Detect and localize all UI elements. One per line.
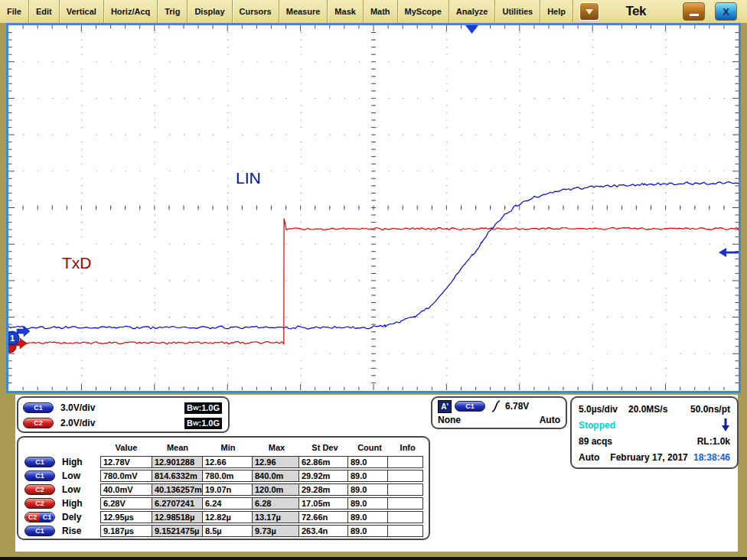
close-button[interactable]: X — [715, 2, 737, 21]
bandwidth-badge: BW:1.0G — [184, 402, 222, 414]
measurement-name: Dely — [62, 512, 81, 523]
menu-item-trig[interactable]: Trig — [158, 0, 188, 23]
measurement-name: High — [62, 457, 83, 467]
measurement-row-c1-high[interactable]: C1High12.78V12.90128812.6612.9662.86m89.… — [21, 455, 426, 469]
measurement-row-c2-high[interactable]: C2High6.28V6.27072416.246.2817.05m89.0 — [21, 497, 426, 510]
c1-badge: C1 — [24, 470, 55, 481]
measurement-row-c2-low[interactable]: C2Low40.0mV40.136257m19.07n120.0m29.28m8… — [21, 483, 426, 497]
c2c1-badge: C2C1 — [24, 512, 55, 523]
acquisition-count: 89 acqs — [579, 436, 612, 447]
menu-item-cursors[interactable]: Cursors — [233, 0, 279, 23]
menu-item-file[interactable]: File — [0, 0, 29, 23]
bottom-edge — [0, 557, 747, 560]
timebase-row-3: 89 acqs RL:1.0k — [579, 433, 730, 449]
menu-item-vertical[interactable]: Vertical — [60, 0, 104, 23]
bandwidth-badge: BW:1.0G — [184, 418, 222, 429]
measurement-cell — [387, 525, 423, 537]
acquisition-status: Stopped — [579, 420, 615, 431]
trigger-mode: Auto — [540, 415, 560, 425]
measurement-name: High — [62, 498, 83, 509]
trigger-mode-b: None — [438, 415, 461, 425]
measurement-name: Low — [62, 484, 80, 495]
measurement-row-label: C1Low — [21, 470, 101, 481]
measurement-cell: 814.6332m — [152, 470, 203, 482]
minimize-icon — [690, 14, 699, 16]
c2-badge: C2 — [23, 418, 54, 428]
menu-bar: FileEditVerticalHoriz/AcqTrigDisplayCurs… — [0, 0, 747, 23]
measurement-cell: 89.0 — [347, 483, 388, 496]
measurement-cell: 89.0 — [347, 470, 388, 482]
measurement-row-label: C2C1Dely — [21, 512, 101, 523]
sample-rate: 20.0MS/s — [628, 404, 667, 415]
column-header-mean: Mean — [152, 443, 204, 452]
trigger-readout-panel[interactable]: A' C1 6.78V None Auto — [431, 396, 567, 429]
trigger-mode-auto: Auto — [579, 452, 599, 463]
trigger-source-badge: C1 — [455, 401, 485, 412]
measurement-row-label: C1High — [21, 457, 101, 467]
trigger-level-marker[interactable] — [719, 248, 739, 257]
sample-resolution: 50.0ns/pt — [690, 404, 730, 415]
measurement-cell: 12.82µ — [202, 511, 253, 523]
measurement-cell: 6.24 — [202, 497, 253, 510]
measurement-row-c1-low[interactable]: C1Low780.0mV814.6332m780.0m840.0m29.92m8… — [21, 469, 426, 483]
measurement-row-c2c1-dely[interactable]: C2C1Dely12.95µs12.98518µ12.82µ13.17µ72.6… — [21, 510, 426, 524]
trace-lin-c1 — [8, 182, 739, 329]
minimize-button[interactable] — [683, 2, 705, 21]
measurement-cell: 40.0mV — [100, 483, 152, 496]
measurement-cell: 9.1521475µ — [152, 525, 203, 537]
measurement-cell — [387, 483, 423, 496]
measurement-cell: 19.07n — [202, 483, 253, 496]
menu-item-analyze[interactable]: Analyze — [449, 0, 496, 23]
measurement-cell: 6.28 — [252, 497, 299, 510]
c2-half-badge: C2 — [25, 513, 40, 522]
measurements-panel[interactable]: ValueMeanMinMaxSt DevCountInfoC1High12.7… — [17, 436, 430, 540]
menu-item-myscope[interactable]: MyScope — [398, 0, 449, 23]
measurement-cell: 780.0mV — [100, 470, 152, 482]
measurement-cell: 8.5µ — [202, 525, 253, 537]
graticule-ticks — [8, 25, 739, 390]
graticule-grid — [8, 25, 739, 390]
waveform-display[interactable]: 1 LIN TxD — [6, 23, 741, 393]
measurement-cell: 120.0m — [252, 483, 299, 496]
c1-half-badge: C1 — [40, 513, 54, 522]
measurement-cell: 6.28V — [100, 497, 152, 510]
measurement-cell: 29.92m — [298, 470, 348, 482]
channel-row-c1[interactable]: C13.0V/divBW:1.0G — [23, 400, 222, 415]
timebase-row-4: Auto February 17, 2017 18:38:46 — [579, 449, 730, 465]
measurement-cell: 12.96 — [252, 456, 299, 468]
channel-readout-panel[interactable]: C13.0V/divBW:1.0GC22.0V/divBW:1.0G — [17, 396, 230, 433]
menu-item-display[interactable]: Display — [188, 0, 232, 23]
measurement-cell: 89.0 — [347, 511, 388, 523]
menu-item-horizacq[interactable]: Horiz/Acq — [104, 0, 158, 23]
measurement-row-label: C2Low — [21, 484, 101, 495]
menu-item-list: FileEditVerticalHoriz/AcqTrigDisplayCurs… — [0, 0, 573, 23]
menu-item-edit[interactable]: Edit — [29, 0, 60, 23]
column-header-stdev: St Dev — [300, 443, 350, 452]
column-header-info: Info — [390, 443, 426, 452]
menu-item-measure[interactable]: Measure — [279, 0, 328, 23]
column-header-value: Value — [100, 443, 152, 452]
rising-edge-icon — [491, 399, 501, 413]
menu-overflow-button[interactable] — [579, 2, 599, 21]
c1-badge: C1 — [24, 457, 55, 467]
menu-item-mask[interactable]: Mask — [328, 0, 364, 23]
trigger-a-badge: A' — [438, 400, 452, 413]
measurement-cell: 12.95µs — [100, 511, 152, 523]
measurement-cell: 89.0 — [347, 497, 388, 510]
channel-scale: 3.0V/div — [60, 402, 95, 413]
menu-item-utilities[interactable]: Utilities — [495, 0, 540, 23]
trigger-row-2: None Auto — [438, 413, 560, 427]
trigger-level-value: 6.78V — [505, 401, 529, 412]
record-position-icon — [721, 418, 730, 432]
timebase-readout-panel[interactable]: 5.0µs/div 20.0MS/s 50.0ns/pt Stopped 89 … — [570, 396, 739, 469]
measurement-row-c1-rise[interactable]: C1Rise9.187µs9.1521475µ8.5µ9.73µ263.4n89… — [21, 524, 426, 538]
channel-row-c2[interactable]: C22.0V/divBW:1.0G — [23, 415, 222, 431]
measurement-cell — [387, 456, 423, 468]
menu-item-math[interactable]: Math — [364, 0, 398, 23]
measurement-cell — [387, 511, 423, 523]
ch1-marker-label: 1 — [10, 334, 15, 343]
trigger-position-marker[interactable] — [465, 25, 478, 34]
channel-scale: 2.0V/div — [60, 418, 95, 428]
menu-item-help[interactable]: Help — [540, 0, 573, 23]
c1-badge: C1 — [24, 526, 55, 536]
